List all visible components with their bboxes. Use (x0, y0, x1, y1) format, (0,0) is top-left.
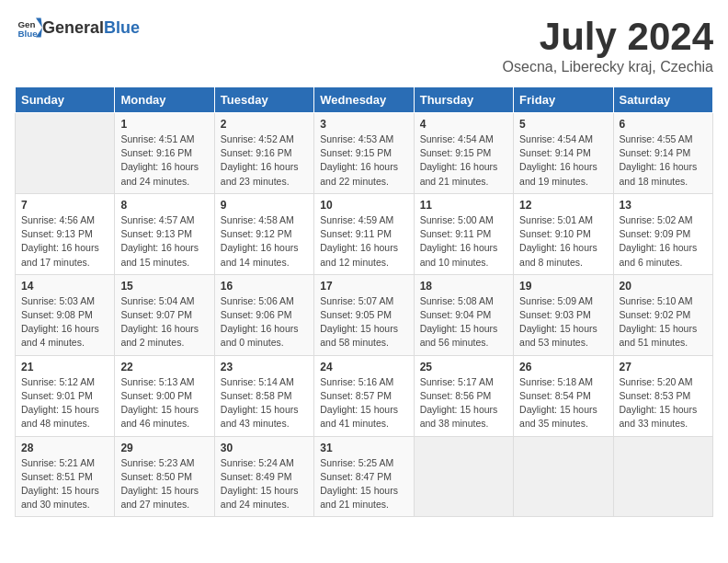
day-info: Sunrise: 5:12 AM Sunset: 9:01 PM Dayligh… (21, 375, 108, 431)
day-number: 29 (120, 442, 208, 454)
day-info: Sunrise: 4:54 AM Sunset: 9:15 PM Dayligh… (420, 132, 507, 189)
day-info: Sunrise: 5:10 AM Sunset: 9:02 PM Dayligh… (620, 294, 707, 350)
day-info: Sunrise: 5:21 AM Sunset: 8:51 PM Dayligh… (21, 456, 108, 512)
day-number: 17 (320, 280, 407, 293)
day-number: 28 (21, 442, 108, 454)
calendar-cell: 11Sunrise: 5:00 AM Sunset: 9:11 PM Dayli… (414, 193, 513, 274)
calendar-cell: 2Sunrise: 4:52 AM Sunset: 9:16 PM Daylig… (214, 113, 313, 194)
day-number: 2 (221, 118, 308, 131)
logo-general-text: General (42, 18, 104, 37)
day-info: Sunrise: 5:02 AM Sunset: 9:09 PM Dayligh… (620, 213, 707, 270)
logo: Gen Blue GeneralBlue (15, 15, 140, 40)
calendar-cell: 31Sunrise: 5:25 AM Sunset: 8:47 PM Dayli… (314, 436, 414, 517)
calendar-cell (514, 436, 613, 517)
day-number: 10 (320, 199, 407, 212)
calendar-cell (16, 113, 115, 194)
month-year-title: July 2024 (503, 15, 713, 59)
day-number: 18 (420, 280, 507, 293)
calendar-cell: 30Sunrise: 5:24 AM Sunset: 8:49 PM Dayli… (214, 436, 313, 517)
day-info: Sunrise: 5:08 AM Sunset: 9:04 PM Dayligh… (420, 294, 507, 350)
calendar-cell: 26Sunrise: 5:18 AM Sunset: 8:54 PM Dayli… (514, 355, 613, 436)
weekday-header-row: SundayMondayTuesdayWednesdayThursdayFrid… (16, 87, 713, 113)
calendar-cell: 17Sunrise: 5:07 AM Sunset: 9:05 PM Dayli… (314, 274, 414, 355)
title-block: July 2024 Osecna, Liberecky kraj, Czechi… (503, 15, 713, 83)
day-number: 13 (620, 199, 707, 212)
day-info: Sunrise: 5:17 AM Sunset: 8:56 PM Dayligh… (420, 375, 507, 431)
day-number: 4 (420, 118, 507, 131)
day-info: Sunrise: 4:57 AM Sunset: 9:13 PM Dayligh… (120, 213, 208, 270)
weekday-header-tuesday: Tuesday (214, 87, 313, 113)
day-number: 20 (620, 280, 707, 293)
day-info: Sunrise: 4:59 AM Sunset: 9:11 PM Dayligh… (320, 213, 407, 270)
day-number: 11 (420, 199, 507, 212)
day-info: Sunrise: 4:51 AM Sunset: 9:16 PM Dayligh… (120, 132, 208, 189)
day-info: Sunrise: 5:09 AM Sunset: 9:03 PM Dayligh… (519, 294, 607, 350)
calendar-cell: 23Sunrise: 5:14 AM Sunset: 8:58 PM Dayli… (214, 355, 313, 436)
day-info: Sunrise: 4:56 AM Sunset: 9:13 PM Dayligh… (21, 213, 108, 270)
calendar-cell: 4Sunrise: 4:54 AM Sunset: 9:15 PM Daylig… (414, 113, 513, 194)
day-number: 15 (120, 280, 208, 293)
calendar-cell: 18Sunrise: 5:08 AM Sunset: 9:04 PM Dayli… (414, 274, 513, 355)
day-info: Sunrise: 5:25 AM Sunset: 8:47 PM Dayligh… (320, 456, 407, 512)
calendar-cell: 24Sunrise: 5:16 AM Sunset: 8:57 PM Dayli… (314, 355, 414, 436)
day-number: 16 (221, 280, 308, 293)
page-header: Gen Blue GeneralBlue July 2024 Osecna, L… (15, 15, 713, 83)
calendar-cell: 22Sunrise: 5:13 AM Sunset: 9:00 PM Dayli… (115, 355, 214, 436)
day-number: 1 (120, 118, 208, 131)
weekday-header-sunday: Sunday (16, 87, 115, 113)
day-info: Sunrise: 4:55 AM Sunset: 9:14 PM Dayligh… (620, 132, 707, 189)
calendar-cell: 7Sunrise: 4:56 AM Sunset: 9:13 PM Daylig… (16, 193, 115, 274)
weekday-header-monday: Monday (115, 87, 214, 113)
day-number: 5 (519, 118, 607, 131)
day-number: 21 (21, 361, 108, 373)
calendar-week-row: 1Sunrise: 4:51 AM Sunset: 9:16 PM Daylig… (16, 113, 713, 194)
calendar-week-row: 14Sunrise: 5:03 AM Sunset: 9:08 PM Dayli… (16, 274, 713, 355)
day-info: Sunrise: 4:52 AM Sunset: 9:16 PM Dayligh… (221, 132, 308, 189)
calendar-cell: 29Sunrise: 5:23 AM Sunset: 8:50 PM Dayli… (115, 436, 214, 517)
calendar-week-row: 7Sunrise: 4:56 AM Sunset: 9:13 PM Daylig… (16, 193, 713, 274)
day-number: 19 (519, 280, 607, 293)
svg-text:Blue: Blue (17, 29, 38, 39)
day-number: 8 (120, 199, 208, 212)
day-number: 26 (519, 361, 607, 373)
day-number: 24 (320, 361, 407, 373)
day-info: Sunrise: 5:13 AM Sunset: 9:00 PM Dayligh… (120, 375, 208, 431)
day-number: 25 (420, 361, 507, 373)
day-info: Sunrise: 5:00 AM Sunset: 9:11 PM Dayligh… (420, 213, 507, 270)
location-subtitle: Osecna, Liberecky kraj, Czechia (503, 59, 713, 75)
day-number: 22 (120, 361, 208, 373)
calendar-cell: 5Sunrise: 4:54 AM Sunset: 9:14 PM Daylig… (514, 113, 613, 194)
calendar-cell: 9Sunrise: 4:58 AM Sunset: 9:12 PM Daylig… (214, 193, 313, 274)
day-info: Sunrise: 5:03 AM Sunset: 9:08 PM Dayligh… (21, 294, 108, 350)
calendar-cell: 13Sunrise: 5:02 AM Sunset: 9:09 PM Dayli… (613, 193, 712, 274)
day-info: Sunrise: 5:04 AM Sunset: 9:07 PM Dayligh… (120, 294, 208, 350)
day-info: Sunrise: 5:24 AM Sunset: 8:49 PM Dayligh… (221, 456, 308, 512)
calendar-cell: 10Sunrise: 4:59 AM Sunset: 9:11 PM Dayli… (314, 193, 414, 274)
day-number: 31 (320, 442, 407, 454)
weekday-header-wednesday: Wednesday (314, 87, 414, 113)
weekday-header-friday: Friday (514, 87, 613, 113)
day-info: Sunrise: 5:14 AM Sunset: 8:58 PM Dayligh… (221, 375, 308, 431)
weekday-header-thursday: Thursday (414, 87, 513, 113)
calendar-cell (613, 436, 712, 517)
day-info: Sunrise: 4:54 AM Sunset: 9:14 PM Dayligh… (519, 132, 607, 189)
calendar-cell (414, 436, 513, 517)
calendar-cell: 8Sunrise: 4:57 AM Sunset: 9:13 PM Daylig… (115, 193, 214, 274)
weekday-header-saturday: Saturday (613, 87, 712, 113)
calendar-cell: 21Sunrise: 5:12 AM Sunset: 9:01 PM Dayli… (16, 355, 115, 436)
day-info: Sunrise: 4:53 AM Sunset: 9:15 PM Dayligh… (320, 132, 407, 189)
calendar-table: SundayMondayTuesdayWednesdayThursdayFrid… (15, 86, 713, 517)
day-info: Sunrise: 5:01 AM Sunset: 9:10 PM Dayligh… (519, 213, 607, 270)
day-number: 14 (21, 280, 108, 293)
day-number: 23 (221, 361, 308, 373)
calendar-cell: 14Sunrise: 5:03 AM Sunset: 9:08 PM Dayli… (16, 274, 115, 355)
day-info: Sunrise: 5:06 AM Sunset: 9:06 PM Dayligh… (221, 294, 308, 350)
logo-blue-text: Blue (104, 18, 140, 37)
day-number: 27 (620, 361, 707, 373)
calendar-cell: 15Sunrise: 5:04 AM Sunset: 9:07 PM Dayli… (115, 274, 214, 355)
calendar-cell: 19Sunrise: 5:09 AM Sunset: 9:03 PM Dayli… (514, 274, 613, 355)
day-info: Sunrise: 5:20 AM Sunset: 8:53 PM Dayligh… (620, 375, 707, 431)
calendar-cell: 1Sunrise: 4:51 AM Sunset: 9:16 PM Daylig… (115, 113, 214, 194)
day-number: 12 (519, 199, 607, 212)
calendar-cell: 27Sunrise: 5:20 AM Sunset: 8:53 PM Dayli… (613, 355, 712, 436)
